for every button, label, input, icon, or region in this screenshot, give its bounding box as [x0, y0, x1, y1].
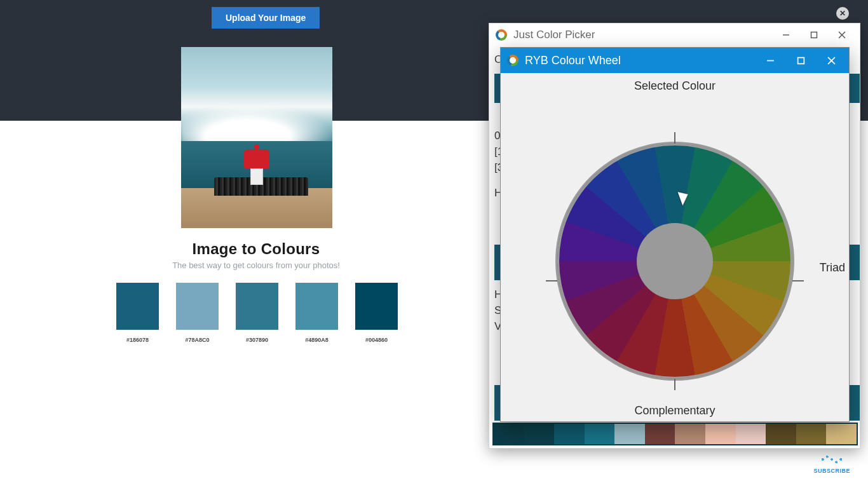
history-swatch[interactable] [826, 424, 857, 444]
swatch-color[interactable] [295, 283, 338, 330]
history-swatch[interactable] [554, 424, 585, 444]
tick-complementary [674, 379, 675, 390]
dna-icon [820, 452, 843, 466]
swatch-hex-label: #4890A8 [295, 337, 338, 343]
swatch-color[interactable] [176, 283, 219, 330]
swatch[interactable]: #78A8C0 [176, 283, 219, 343]
swatch[interactable]: #4890A8 [295, 283, 338, 343]
history-swatch[interactable] [585, 424, 615, 444]
close-button[interactable] [816, 48, 846, 73]
minimize-button[interactable] [755, 48, 785, 73]
history-swatch[interactable] [736, 424, 766, 444]
chameleon-icon [496, 29, 507, 41]
jcp-history-palette[interactable] [492, 423, 858, 445]
chameleon-icon [507, 55, 519, 66]
palette-swatches: #186078#78A8C0#307890#4890A8#004860 [116, 283, 398, 343]
history-swatch[interactable] [796, 424, 827, 444]
close-icon[interactable] [836, 7, 849, 20]
minimize-button[interactable] [772, 25, 800, 44]
subscribe-label: SUBSCRIBE [813, 468, 850, 474]
tick-triad-left [546, 280, 557, 281]
swatch-hex-label: #004860 [355, 337, 398, 343]
history-swatch[interactable] [614, 424, 645, 444]
ryb-canvas: Selected Colour Complementary Triad [501, 73, 849, 421]
selected-colour-label: Selected Colour [634, 79, 715, 93]
wheel-hub [637, 223, 713, 299]
maximize-button[interactable] [785, 48, 816, 73]
history-swatch[interactable] [645, 424, 675, 444]
history-swatch[interactable] [766, 424, 796, 444]
jcp-title: Just Color Picker [513, 29, 772, 41]
swatch-hex-label: #307890 [236, 337, 278, 343]
close-button[interactable] [828, 25, 856, 44]
ryb-colour-wheel-window: RYB Colour Wheel Selected Colour Complem… [500, 47, 850, 422]
uploaded-image-preview [181, 47, 332, 228]
colour-wheel[interactable] [557, 144, 792, 379]
ryb-titlebar[interactable]: RYB Colour Wheel [501, 48, 849, 73]
page-subtitle: The best way to get colours from your ph… [0, 261, 512, 270]
jcp-titlebar[interactable]: Just Color Picker [489, 24, 860, 46]
subscribe-badge[interactable]: SUBSCRIBE [813, 452, 850, 474]
swatch[interactable]: #186078 [116, 283, 159, 343]
history-swatch[interactable] [705, 424, 736, 444]
history-swatch[interactable] [524, 424, 555, 444]
page-title: Image to Colours [0, 240, 512, 258]
history-swatch[interactable] [494, 424, 524, 444]
complementary-label: Complementary [634, 404, 715, 417]
maximize-button[interactable] [800, 25, 828, 44]
tick-selected [674, 132, 675, 144]
history-swatch[interactable] [675, 424, 705, 444]
swatch[interactable]: #307890 [236, 283, 278, 343]
triad-label: Triad [820, 261, 845, 274]
tick-triad-right [792, 280, 804, 281]
svg-rect-1 [811, 32, 817, 38]
mouse-cursor-icon [680, 190, 690, 204]
svg-rect-5 [797, 57, 804, 64]
swatch-color[interactable] [236, 283, 278, 330]
ryb-title: RYB Colour Wheel [525, 54, 755, 67]
swatch[interactable]: #004860 [355, 283, 398, 343]
swatch-hex-label: #186078 [116, 337, 159, 343]
swatch-color[interactable] [355, 283, 398, 330]
upload-image-button[interactable]: Upload Your Image [212, 7, 320, 29]
swatch-color[interactable] [116, 283, 159, 330]
swatch-hex-label: #78A8C0 [176, 337, 219, 343]
